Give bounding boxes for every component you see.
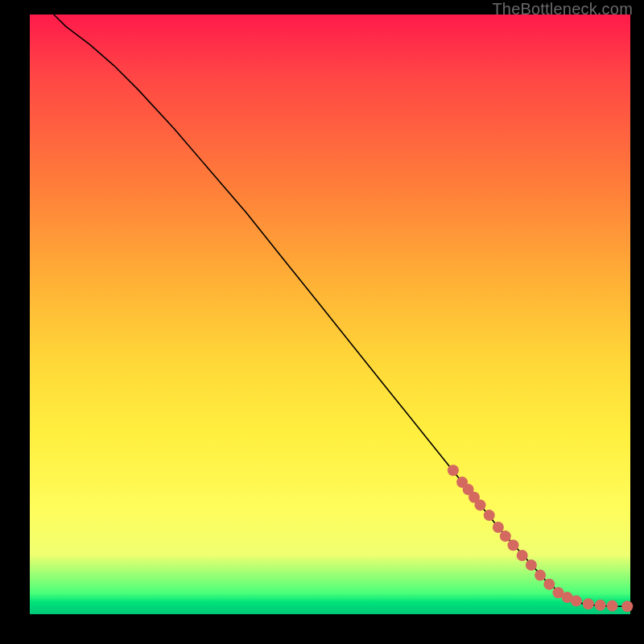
data-point [500, 530, 511, 542]
data-point [571, 596, 582, 607]
plot-area [30, 14, 630, 614]
data-point [475, 499, 486, 510]
data-point [493, 522, 504, 533]
data-point [583, 598, 594, 609]
data-point [526, 559, 537, 571]
chart-svg [30, 14, 630, 614]
data-point [595, 600, 606, 611]
data-point [621, 601, 633, 612]
data-point [517, 550, 528, 561]
data-point [484, 510, 495, 521]
curve-line [54, 14, 630, 606]
data-point [508, 539, 519, 551]
chart-container: TheBottleneck.com [0, 0, 644, 644]
data-point [448, 464, 459, 476]
data-point [607, 601, 618, 612]
data-point [543, 579, 555, 590]
data-point [535, 570, 546, 581]
dots-group [448, 464, 633, 612]
